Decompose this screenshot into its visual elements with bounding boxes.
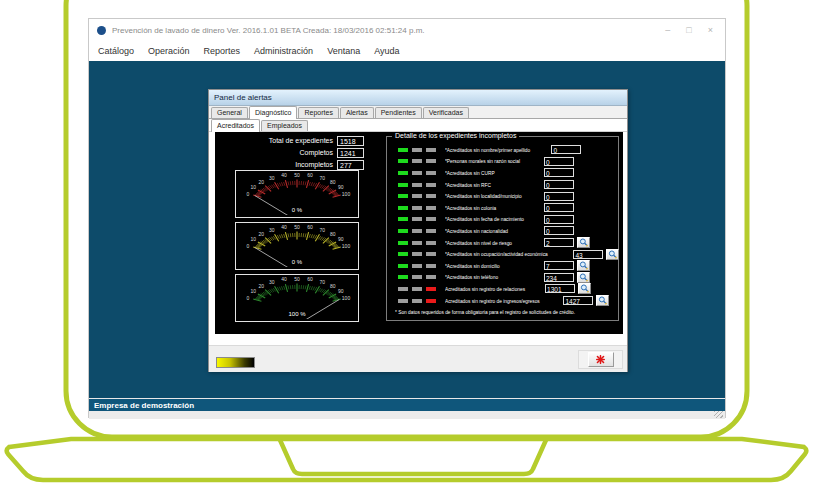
detail-label: *Acreditados sin RFC xyxy=(445,182,524,188)
led-off-indicator xyxy=(412,194,422,198)
detail-label: *Acreditados sin colonia xyxy=(445,205,524,211)
search-detail-button[interactable] xyxy=(577,237,590,248)
detail-label: *Personas morales sin razón social xyxy=(445,158,524,164)
detail-groupbox: Detalle de los expedientes incompletos *… xyxy=(386,136,619,321)
search-detail-button[interactable] xyxy=(577,272,590,283)
detail-rows: *Acreditados sin nombre/primer apellido0… xyxy=(387,144,618,306)
tab-diagnostico[interactable]: Diagnóstico xyxy=(249,106,298,119)
tab-verificadas[interactable]: Verificadas xyxy=(423,107,469,118)
svg-text:20: 20 xyxy=(259,231,265,237)
svg-text:20: 20 xyxy=(259,283,265,289)
close-button[interactable]: × xyxy=(708,25,713,35)
gauge-chart: 0102030405060708090100100 % xyxy=(236,275,358,319)
led-off-indicator xyxy=(398,287,408,291)
magnifier-icon xyxy=(579,261,589,270)
led-off-indicator xyxy=(412,206,422,210)
led-off-indicator xyxy=(412,171,422,175)
panel-title-bar[interactable]: Panel de alertas xyxy=(209,90,627,106)
detail-row: *Acreditados sin ocupación/actividad eco… xyxy=(387,248,618,260)
svg-text:10: 10 xyxy=(250,184,256,190)
led-off-indicator xyxy=(426,206,436,210)
search-detail-button[interactable] xyxy=(577,260,590,271)
led-off-indicator xyxy=(412,148,422,152)
detail-row: *Acreditados sin CURP0 xyxy=(387,167,618,179)
subtab-empleados[interactable]: Empleados xyxy=(261,120,308,131)
led-off-indicator xyxy=(412,159,422,163)
tab-reportes[interactable]: Reportes xyxy=(298,107,338,118)
detail-label: Acreditados sin registro de ingresos/egr… xyxy=(445,298,540,304)
menu-item-ayuda[interactable]: Ayuda xyxy=(367,46,406,56)
led-red-indicator xyxy=(426,299,436,303)
status-bar: Empresa de demostración xyxy=(89,398,725,411)
svg-text:50: 50 xyxy=(294,224,300,230)
detail-row: *Acreditados sin nivel de riesgo2 xyxy=(387,237,618,249)
resize-grip[interactable] xyxy=(714,411,723,418)
svg-text:60: 60 xyxy=(307,172,313,178)
menu-bar: CatálogoOperaciónReportesAdministraciónV… xyxy=(89,41,725,61)
detail-label: *Acreditados sin localidad/municipio xyxy=(445,193,524,199)
app-title: Prevención de lavado de dinero Ver. 2016… xyxy=(112,26,665,35)
detail-row: *Personas morales sin razón social0 xyxy=(387,156,618,168)
detail-row: Acreditados sin registro de ingresos/egr… xyxy=(387,295,618,307)
menu-item-reportes[interactable]: Reportes xyxy=(197,46,248,56)
detail-label: *Acreditados sin nombre/primer apellido xyxy=(445,147,530,153)
svg-text:30: 30 xyxy=(269,279,275,285)
svg-text:90: 90 xyxy=(338,184,344,190)
led-green-indicator xyxy=(398,275,408,279)
search-detail-button[interactable] xyxy=(606,249,619,260)
detail-row: *Acreditados sin fecha de nacimiento0 xyxy=(387,214,618,226)
menu-item-administracion[interactable]: Administración xyxy=(247,46,320,56)
close-panel-button[interactable] xyxy=(588,352,614,367)
led-green-indicator xyxy=(398,171,408,175)
svg-text:100: 100 xyxy=(342,191,351,197)
window-footer xyxy=(89,411,725,419)
menu-item-ventana[interactable]: Ventana xyxy=(320,46,367,56)
led-off-indicator xyxy=(426,217,436,221)
total-value: 1241 xyxy=(337,148,364,158)
menu-item-catalogo[interactable]: Catálogo xyxy=(91,46,141,56)
svg-text:0: 0 xyxy=(247,191,250,197)
detail-row: *Acreditados sin colonia0 xyxy=(387,202,618,214)
led-off-indicator xyxy=(426,171,436,175)
search-detail-button[interactable] xyxy=(578,283,591,294)
svg-text:50: 50 xyxy=(294,172,300,178)
tab-pendientes[interactable]: Pendientes xyxy=(375,107,422,118)
led-off-indicator xyxy=(412,275,422,279)
tab-alertas[interactable]: Alertas xyxy=(340,107,374,118)
subtab-acreditados[interactable]: Acreditados xyxy=(211,119,260,132)
footer-toolbar xyxy=(578,350,623,369)
svg-text:30: 30 xyxy=(269,175,275,181)
tab-general[interactable]: General xyxy=(211,107,248,118)
led-off-indicator xyxy=(412,217,422,221)
footnote: * Son datos requeridos de forma obligato… xyxy=(395,309,575,315)
minimize-button[interactable]: – xyxy=(665,25,670,35)
tab-strip: GeneralDiagnósticoReportesAlertasPendien… xyxy=(209,106,627,119)
total-value: 277 xyxy=(337,160,364,170)
detail-value: 234 xyxy=(544,273,574,282)
window-controls: – □ × xyxy=(665,25,713,35)
panel-footer xyxy=(209,345,627,372)
svg-text:20: 20 xyxy=(259,179,265,185)
total-row: Total de expedientes1518 xyxy=(215,135,364,146)
total-label: Total de expedientes xyxy=(215,137,333,144)
detail-value: 1427 xyxy=(563,296,593,305)
gauge-2: 01020304050607080901000 % xyxy=(235,222,359,270)
led-green-indicator xyxy=(398,194,408,198)
app-title-bar[interactable]: Prevención de lavado de dinero Ver. 2016… xyxy=(89,19,725,41)
led-green-indicator xyxy=(398,229,408,233)
detail-value: 1301 xyxy=(545,284,575,293)
detail-value: 0 xyxy=(544,203,574,212)
detail-label: *Acreditados sin fecha de nacimiento xyxy=(445,216,524,222)
led-green-indicator xyxy=(398,252,408,256)
svg-text:70: 70 xyxy=(319,227,325,233)
search-detail-button[interactable] xyxy=(596,295,609,306)
svg-text:0 %: 0 % xyxy=(292,259,303,265)
led-off-indicator xyxy=(426,194,436,198)
svg-text:70: 70 xyxy=(319,175,325,181)
maximize-button[interactable]: □ xyxy=(686,25,691,35)
diagnostics-panel: Total de expedientes1518Completos1241Inc… xyxy=(215,132,623,334)
led-off-indicator xyxy=(426,275,436,279)
menu-item-operacion[interactable]: Operación xyxy=(141,46,197,56)
svg-text:40: 40 xyxy=(281,172,287,178)
detail-value: 0 xyxy=(551,145,581,154)
